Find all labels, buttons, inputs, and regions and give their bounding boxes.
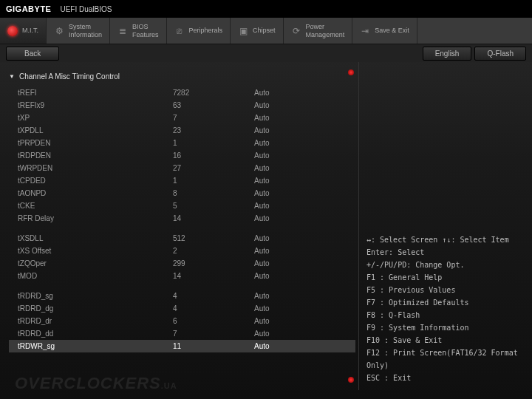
param-name: tRDRD_dd <box>18 330 173 338</box>
param-name: tPRPDEN <box>18 139 173 147</box>
param-value: 16 <box>173 151 254 160</box>
param-mode: Auto <box>254 202 313 210</box>
param-value: 7 <box>173 114 254 122</box>
tab-m-i-t-[interactable]: M.I.T. <box>0 18 47 44</box>
param-value: 23 <box>173 126 254 134</box>
brand-sub: UEFI DualBIOS <box>60 5 112 13</box>
param-mode: Auto <box>254 342 313 350</box>
section-header[interactable]: ▼ Channel A Misc Timing Control <box>9 68 355 85</box>
timing-row[interactable]: tXPDLL23Auto <box>9 124 355 137</box>
param-name: tXP <box>18 114 173 122</box>
timing-row[interactable]: tCPDED1Auto <box>9 174 355 187</box>
param-name: tRDWR_sg <box>18 342 173 350</box>
help-line: F1 : General Help <box>366 271 525 284</box>
param-name: tXPDLL <box>18 126 173 134</box>
param-name: tWRPDEN <box>18 164 173 172</box>
param-value: 4 <box>173 304 254 313</box>
periph-icon: ⎚ <box>174 26 185 36</box>
param-value: 1 <box>173 177 254 185</box>
language-button[interactable]: English <box>423 47 472 61</box>
param-name: tZQOper <box>18 259 173 267</box>
help-line: Enter: Select <box>366 246 525 259</box>
tab-bios-features[interactable]: ≣BIOSFeatures <box>110 18 167 44</box>
param-mode: Auto <box>254 151 313 160</box>
timing-row[interactable]: tRDRD_dd7Auto <box>9 327 355 340</box>
timing-row[interactable]: RFR Delay14Auto <box>9 212 355 225</box>
timing-row[interactable]: tRDPDEN16Auto <box>9 149 355 162</box>
tab-system-information[interactable]: ⚙SystemInformation <box>47 18 110 44</box>
tab-label: BIOSFeatures <box>132 23 159 39</box>
param-value: 11 <box>173 342 254 350</box>
param-name: tRDRD_dg <box>18 304 173 313</box>
param-value: 14 <box>173 272 254 280</box>
timing-row[interactable]: tXS Offset2Auto <box>9 245 355 257</box>
scroll-down-indicator[interactable] <box>348 377 354 383</box>
sub-toolbar: Back English Q-Flash <box>0 44 532 62</box>
param-mode: Auto <box>254 259 313 267</box>
param-mode: Auto <box>254 330 313 338</box>
param-name: tREFI <box>18 89 173 97</box>
param-name: tRDPDEN <box>18 151 173 160</box>
param-mode: Auto <box>254 247 313 255</box>
help-line: +/-/PU/PD: Change Opt. <box>366 259 525 271</box>
param-name: tXS Offset <box>18 247 173 255</box>
collapse-icon: ▼ <box>9 73 15 80</box>
timing-row[interactable]: tXSDLL512Auto <box>9 232 355 245</box>
qflash-button[interactable]: Q-Flash <box>474 47 526 61</box>
scroll-up-indicator[interactable] <box>348 69 354 75</box>
brand-logo: GIGABYTE <box>6 4 51 13</box>
timing-row[interactable]: tRDRD_sg4Auto <box>9 290 355 302</box>
help-line: F7 : Optimized Defaults <box>366 296 525 309</box>
timing-row[interactable]: tRDWR_sg11Auto <box>9 340 355 352</box>
tab-label: PowerManagement <box>306 23 345 39</box>
param-mode: Auto <box>254 292 313 300</box>
timing-row[interactable]: tZQOper299Auto <box>9 257 355 270</box>
param-value: 6 <box>173 317 254 325</box>
param-mode: Auto <box>254 189 313 197</box>
param-mode: Auto <box>254 317 313 325</box>
main-tabs: M.I.T.⚙SystemInformation≣BIOSFeatures⎚Pe… <box>0 18 532 44</box>
help-line: F5 : Previous Values <box>366 284 525 296</box>
param-name: tCKE <box>18 202 173 210</box>
chip-icon: ▣ <box>238 26 248 36</box>
param-mode: Auto <box>254 139 313 147</box>
timing-row[interactable]: tWRPDEN27Auto <box>9 162 355 174</box>
back-button[interactable]: Back <box>6 47 59 61</box>
param-value: 7 <box>173 330 254 338</box>
help-line: ESC : Exit <box>366 372 525 384</box>
tab-save-exit[interactable]: ⇥Save & Exit <box>352 18 417 44</box>
title-bar: GIGABYTE UEFI DualBIOS <box>0 0 532 18</box>
help-text: ↔: Select Screen ↑↓: Select ItemEnter: S… <box>366 233 525 384</box>
timing-row[interactable]: tPRPDEN1Auto <box>9 137 355 149</box>
param-value: 27 <box>173 164 254 172</box>
param-mode: Auto <box>254 164 313 172</box>
timing-row[interactable]: tCKE5Auto <box>9 200 355 212</box>
tab-peripherals[interactable]: ⎚Peripherals <box>167 18 231 44</box>
param-value: 7282 <box>173 89 254 97</box>
tab-label: Peripherals <box>189 27 223 35</box>
param-mode: Auto <box>254 89 313 97</box>
tab-power-management[interactable]: ⟳PowerManagement <box>284 18 353 44</box>
tab-label: Save & Exit <box>375 27 409 35</box>
timing-row[interactable]: tXP7Auto <box>9 112 355 124</box>
tab-label: M.I.T. <box>22 27 38 35</box>
section-title-text: Channel A Misc Timing Control <box>19 72 120 81</box>
timing-row[interactable]: tREFIx963Auto <box>9 99 355 112</box>
param-mode: Auto <box>254 177 313 185</box>
tab-chipset[interactable]: ▣Chipset <box>231 18 284 44</box>
param-mode: Auto <box>254 304 313 313</box>
timing-row[interactable]: tRDRD_dr6Auto <box>9 315 355 327</box>
param-mode: Auto <box>254 214 313 222</box>
help-line: F12 : Print Screen(FAT16/32 Format Only) <box>366 347 525 372</box>
timing-row[interactable]: tAONPD8Auto <box>9 187 355 200</box>
param-mode: Auto <box>254 126 313 134</box>
param-value: 4 <box>173 292 254 300</box>
timing-row[interactable]: tRDRD_dg4Auto <box>9 302 355 315</box>
param-value: 512 <box>173 234 254 242</box>
timing-row[interactable]: tMOD14Auto <box>9 270 355 282</box>
param-name: tXSDLL <box>18 234 173 242</box>
param-value: 14 <box>173 214 254 222</box>
param-mode: Auto <box>254 114 313 122</box>
timing-row[interactable]: tREFI7282Auto <box>9 86 355 99</box>
help-line: F10 : Save & Exit <box>366 334 525 347</box>
